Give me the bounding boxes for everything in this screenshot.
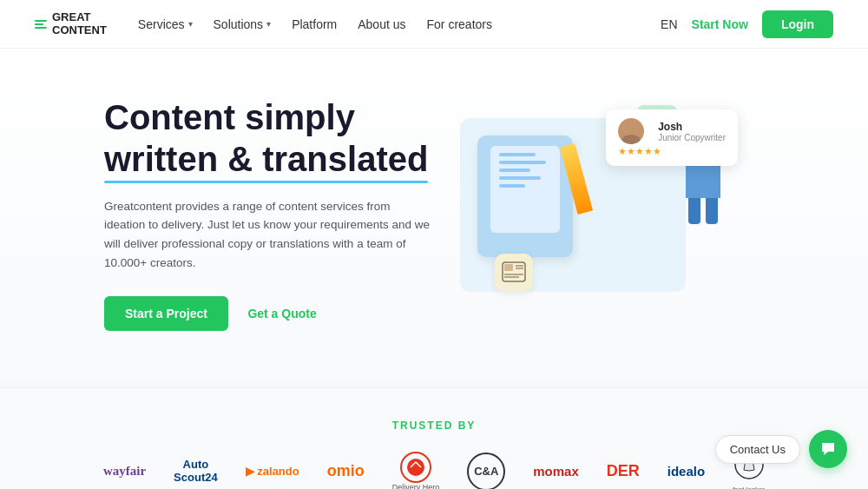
logo-text: GREAT CONTENT xyxy=(52,11,107,36)
login-button[interactable]: Login xyxy=(762,10,833,38)
hero-content: Content simply written & translated Grea… xyxy=(104,96,434,331)
nav-solutions[interactable]: Solutions ▾ xyxy=(214,17,272,31)
logo-momax: momax xyxy=(533,464,579,479)
logo-icon xyxy=(35,20,47,29)
logo-zalando: ▶ zalando xyxy=(246,465,299,478)
nav-about[interactable]: About us xyxy=(358,17,405,31)
card-role: Junior Copywriter xyxy=(658,133,726,142)
logo[interactable]: GREAT CONTENT xyxy=(35,11,107,36)
hero-section: Content simply written & translated Grea… xyxy=(0,49,868,387)
svg-point-4 xyxy=(625,122,637,134)
hero-title-underlined: written & translated xyxy=(104,138,428,180)
get-quote-link[interactable]: Get a Quote xyxy=(247,307,316,320)
hero-illustration: Josh Junior Copywriter ★★★★★ xyxy=(434,92,764,335)
trusted-logos: wayfair AutoScout24 ▶ zalando omio Deliv… xyxy=(69,449,799,489)
svg-point-5 xyxy=(621,135,641,144)
nav-right: EN Start Now Login xyxy=(661,10,833,38)
nav-creators[interactable]: For creators xyxy=(427,17,492,31)
logo-idealo: idealo xyxy=(667,464,705,479)
start-now-button[interactable]: Start Now xyxy=(692,17,748,31)
language-selector[interactable]: EN xyxy=(661,17,677,31)
profile-card: Josh Junior Copywriter ★★★★★ xyxy=(606,109,738,166)
logo-ca: C&A xyxy=(467,453,505,490)
svg-rect-7 xyxy=(504,264,513,271)
logo-autoscout24: AutoScout24 xyxy=(174,459,218,484)
navbar: GREAT CONTENT Services ▾ Solutions ▾ Pla… xyxy=(0,0,868,49)
avatar xyxy=(618,118,644,144)
logo-omio: omio xyxy=(327,462,365,480)
logo-wayfair: wayfair xyxy=(103,464,146,479)
illustration-lines xyxy=(490,146,560,199)
hero-cta-group: Start a Project Get a Quote xyxy=(104,296,434,331)
card-info: Josh Junior Copywriter xyxy=(658,121,726,142)
contact-float: Contact Us xyxy=(715,430,847,468)
illustration-screen xyxy=(477,135,573,257)
trusted-label: TRUSTED BY xyxy=(69,420,799,432)
illustration-news-icon xyxy=(495,254,533,292)
nav-platform[interactable]: Platform xyxy=(292,17,337,31)
hero-description: Greatcontent provides a range of content… xyxy=(104,197,434,272)
logo-delivery-hero: Delivery Hero xyxy=(392,452,440,490)
illustration-legs xyxy=(686,198,720,224)
contact-text: Contact Us xyxy=(715,435,800,464)
chevron-down-icon: ▾ xyxy=(266,19,271,29)
contact-button[interactable] xyxy=(809,430,847,468)
chevron-down-icon: ▾ xyxy=(188,19,193,29)
nav-services[interactable]: Services ▾ xyxy=(138,17,193,31)
card-name: Josh xyxy=(658,121,726,133)
illustration-screen-inner xyxy=(490,146,560,233)
card-stars: ★★★★★ xyxy=(618,146,726,157)
logo-der: DER xyxy=(607,462,640,480)
start-project-button[interactable]: Start a Project xyxy=(104,296,228,331)
illustration-container: Josh Junior Copywriter ★★★★★ xyxy=(451,101,746,327)
hero-title: Content simply written & translated xyxy=(104,96,434,180)
nav-links: Services ▾ Solutions ▾ Platform About us… xyxy=(138,17,661,31)
